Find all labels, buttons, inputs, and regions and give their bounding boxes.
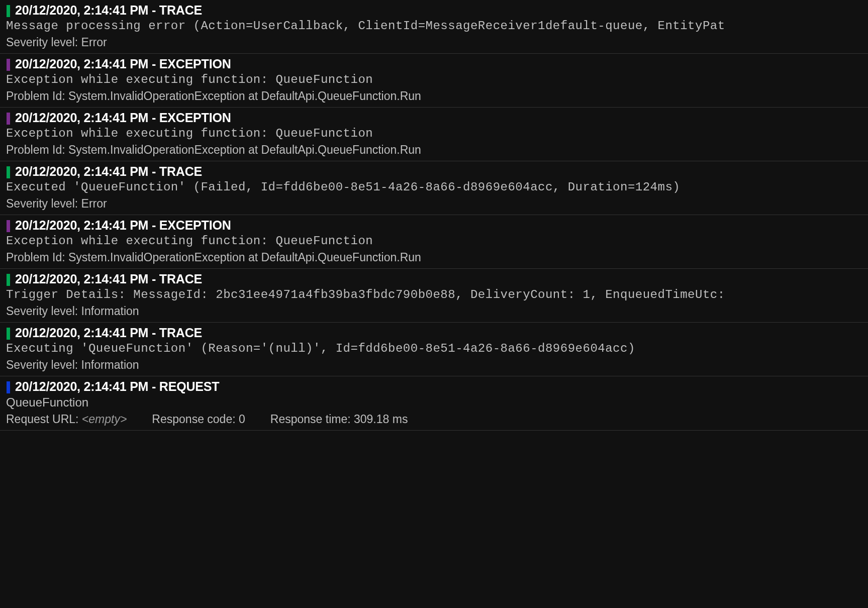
log-entry[interactable]: 20/12/2020, 2:14:41 PM - TRACETrigger De… (0, 269, 868, 323)
log-header: 20/12/2020, 2:14:41 PM - EXCEPTION (0, 218, 868, 233)
severity-color-bar (7, 59, 10, 71)
severity-color-bar (7, 328, 10, 340)
log-operation-name: QueueFunction (0, 395, 868, 410)
log-header: 20/12/2020, 2:14:41 PM - TRACE (0, 164, 868, 179)
log-entry[interactable]: 20/12/2020, 2:14:41 PM - TRACEMessage pr… (0, 0, 868, 54)
log-meta: Problem Id: System.InvalidOperationExcep… (0, 143, 868, 157)
log-meta: Problem Id: System.InvalidOperationExcep… (0, 251, 868, 264)
log-message: Executing 'QueueFunction' (Reason='(null… (0, 342, 868, 355)
log-header: 20/12/2020, 2:14:41 PM - REQUEST (0, 379, 868, 394)
log-meta: Severity level: Information (0, 305, 868, 318)
log-entry[interactable]: 20/12/2020, 2:14:41 PM - EXCEPTIONExcept… (0, 108, 868, 161)
request-details-row: Request URL: <empty>Response code: 0Resp… (0, 413, 868, 426)
severity-color-bar (7, 5, 10, 17)
request-url-value: <empty> (82, 413, 127, 426)
response-time-label: Response time: (270, 413, 354, 426)
log-meta: Severity level: Information (0, 358, 868, 372)
log-meta: Severity level: Error (0, 36, 868, 49)
log-entry[interactable]: 20/12/2020, 2:14:41 PM - TRACEExecuting … (0, 323, 868, 376)
log-entry[interactable]: 20/12/2020, 2:14:41 PM - TRACEExecuted '… (0, 161, 868, 215)
log-header: 20/12/2020, 2:14:41 PM - TRACE (0, 3, 868, 18)
log-message: Exception while executing function: Queu… (0, 73, 868, 86)
severity-color-bar (7, 381, 10, 393)
response-time-value: 309.18 ms (354, 413, 408, 426)
log-entry[interactable]: 20/12/2020, 2:14:41 PM - REQUESTQueueFun… (0, 376, 868, 431)
log-entry[interactable]: 20/12/2020, 2:14:41 PM - EXCEPTIONExcept… (0, 215, 868, 269)
severity-color-bar (7, 220, 10, 232)
log-entry[interactable]: 20/12/2020, 2:14:41 PM - EXCEPTIONExcept… (0, 54, 868, 108)
log-meta: Severity level: Error (0, 197, 868, 211)
log-message: Message processing error (Action=UserCal… (0, 19, 868, 33)
log-header: 20/12/2020, 2:14:41 PM - EXCEPTION (0, 57, 868, 71)
log-message: Trigger Details: MessageId: 2bc31ee4971a… (0, 288, 868, 301)
response-code-value: 0 (239, 413, 245, 426)
log-header: 20/12/2020, 2:14:41 PM - TRACE (0, 326, 868, 340)
log-message: Exception while executing function: Queu… (0, 234, 868, 248)
response-code-label: Response code: (152, 413, 239, 426)
log-list: 20/12/2020, 2:14:41 PM - TRACEMessage pr… (0, 0, 868, 431)
severity-color-bar (7, 113, 10, 125)
log-message: Exception while executing function: Queu… (0, 127, 868, 140)
log-header: 20/12/2020, 2:14:41 PM - EXCEPTION (0, 111, 868, 125)
log-header: 20/12/2020, 2:14:41 PM - TRACE (0, 272, 868, 286)
severity-color-bar (7, 166, 10, 178)
log-meta: Problem Id: System.InvalidOperationExcep… (0, 89, 868, 103)
severity-color-bar (7, 274, 10, 286)
request-url-label: Request URL: (6, 413, 82, 426)
log-message: Executed 'QueueFunction' (Failed, Id=fdd… (0, 180, 868, 194)
